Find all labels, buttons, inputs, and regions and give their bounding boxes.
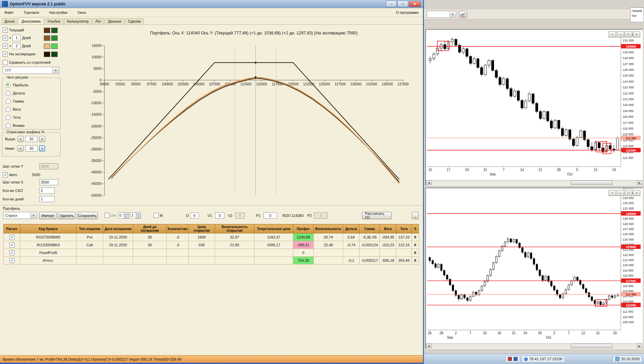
table-cell[interactable]: 930 bbox=[189, 241, 215, 249]
table-cell[interactable] bbox=[314, 249, 343, 257]
tab-diagram[interactable]: Диаграмма bbox=[18, 18, 43, 24]
table-cell[interactable]: 0,64 bbox=[343, 233, 360, 241]
chart-maximize-button[interactable]: □ bbox=[625, 31, 632, 37]
calc-checkbox-cell[interactable]: ✓ bbox=[4, 241, 20, 249]
below-percent-input[interactable]: 20 bbox=[25, 145, 37, 151]
plus2-days-input[interactable]: 2 bbox=[12, 43, 21, 49]
calc-checkbox[interactable]: ✓ bbox=[9, 235, 14, 240]
table-cell[interactable] bbox=[167, 249, 189, 257]
tab-calculator[interactable]: Калькулятор bbox=[64, 18, 92, 24]
table-cell[interactable]: Put bbox=[76, 233, 103, 241]
delta-radio[interactable] bbox=[6, 91, 11, 96]
menu-settings[interactable]: Настройки bbox=[48, 10, 68, 15]
preset-select[interactable]: Стрнгл ▼ bbox=[3, 212, 37, 219]
table-cell[interactable]: 122,16 bbox=[396, 241, 412, 249]
above-percent-input[interactable]: 20 bbox=[25, 136, 37, 142]
menu-window[interactable]: Окно bbox=[76, 10, 87, 15]
plus1-checkbox[interactable]: ✓ bbox=[3, 35, 8, 40]
table-cell[interactable]: 30 bbox=[133, 241, 167, 249]
table-cell[interactable] bbox=[133, 249, 167, 257]
v1-input[interactable]: 0 bbox=[215, 213, 224, 219]
chart-maximize-button[interactable]: □ bbox=[625, 190, 632, 196]
import-button[interactable]: Импорт bbox=[39, 212, 57, 219]
scroll-left-icon[interactable]: ◀ bbox=[426, 180, 432, 185]
table-cell[interactable]: 1249,89 bbox=[293, 233, 314, 241]
row-delete-button[interactable]: X bbox=[412, 233, 419, 241]
dh-spinner-2-value[interactable]: 1 bbox=[130, 212, 136, 219]
scroll-right-icon[interactable]: ▶ bbox=[637, 344, 642, 348]
table-cell[interactable] bbox=[343, 249, 360, 257]
p2-input[interactable]: 0 bbox=[314, 213, 328, 219]
table-row[interactable]: ✓Итого:754,38-0,1-0,000217-595,18259,49X bbox=[4, 257, 419, 264]
auto-checkbox[interactable]: ✓ bbox=[3, 172, 8, 177]
table-row[interactable]: ✓FixedProfit0X bbox=[4, 249, 419, 257]
table-cell[interactable]: -9,3E-05 bbox=[360, 233, 380, 241]
plus2-checkbox[interactable]: ✓ bbox=[3, 44, 8, 49]
table-cell[interactable] bbox=[189, 249, 215, 257]
m-checkbox[interactable] bbox=[154, 213, 159, 218]
table-cell[interactable]: 1183,37 bbox=[254, 233, 293, 241]
delete-button[interactable]: Удалить bbox=[58, 212, 75, 219]
titlebar[interactable]: OptionFVV версия 2.1 public ─ □ ✕ bbox=[0, 0, 423, 8]
table-cell[interactable]: 1600 bbox=[189, 233, 215, 241]
table-cell[interactable]: 32,97 bbox=[215, 233, 254, 241]
expiry-checkbox[interactable]: ✓ bbox=[3, 52, 8, 57]
candle-chart-panel-bottom[interactable]: + ─ □ × 109 000110 000111 000112 000113 … bbox=[425, 188, 643, 349]
scrollbar-thumb[interactable] bbox=[571, 180, 613, 185]
table-row[interactable]: ✓RI120000BK0Call19.11.202030-393021,8510… bbox=[4, 241, 419, 249]
tab-deals[interactable]: Сделки bbox=[125, 18, 144, 24]
table-cell[interactable]: -284,95 bbox=[380, 233, 396, 241]
table-cell[interactable]: RI107500BW0 bbox=[20, 233, 76, 241]
candle-chart-panel-top[interactable]: + ─ □ × 111 000112 000113 000114 000115 … bbox=[425, 29, 643, 186]
sko-input[interactable]: 2 bbox=[39, 188, 55, 194]
calc-checkbox[interactable]: ✓ bbox=[9, 243, 14, 248]
maximize-button[interactable]: □ bbox=[397, 1, 408, 7]
calc-checkbox-cell[interactable]: ✓ bbox=[4, 233, 20, 241]
table-cell[interactable]: 23,48 bbox=[314, 241, 343, 249]
compare-checkbox[interactable] bbox=[3, 60, 8, 65]
dh-spinner-1-value[interactable]: 0 bbox=[118, 212, 124, 219]
table-cell[interactable]: -3 bbox=[167, 233, 189, 241]
above-decrease-button[interactable]: < bbox=[18, 136, 24, 142]
spinner-arrows-icon[interactable]: ▲▼ bbox=[124, 212, 129, 219]
scroll-left-icon[interactable]: ◀ bbox=[426, 344, 432, 348]
table-cell[interactable] bbox=[396, 249, 412, 257]
table-cell[interactable] bbox=[133, 257, 167, 264]
calc-checkbox-cell[interactable]: ✓ bbox=[4, 257, 20, 264]
table-cell[interactable]: -3 bbox=[167, 241, 189, 249]
dh-checkbox[interactable] bbox=[104, 213, 110, 218]
row-delete-button[interactable]: X bbox=[412, 249, 419, 257]
table-cell[interactable] bbox=[380, 249, 396, 257]
save-button[interactable]: Сохранить bbox=[77, 212, 98, 219]
table-cell[interactable] bbox=[314, 257, 343, 264]
v2-input[interactable]: 0 bbox=[235, 213, 245, 219]
spinner-arrows-icon[interactable]: ▲▼ bbox=[136, 212, 141, 219]
table-cell[interactable]: 28,74 bbox=[314, 233, 343, 241]
close-button[interactable]: ✕ bbox=[409, 1, 421, 7]
table-cell[interactable]: Call bbox=[76, 241, 103, 249]
calc-checkbox[interactable]: ✓ bbox=[9, 250, 14, 255]
vomma-radio[interactable] bbox=[6, 123, 11, 128]
scrollbar-thumb[interactable] bbox=[571, 344, 613, 348]
current-checkbox[interactable]: ✓ bbox=[3, 28, 8, 33]
row-delete-button[interactable]: X bbox=[412, 241, 419, 249]
table-cell[interactable] bbox=[254, 249, 293, 257]
table-cell[interactable]: -595,18 bbox=[380, 257, 396, 264]
plus2-color2-swatch[interactable] bbox=[51, 44, 58, 49]
table-cell[interactable]: -310,23 bbox=[380, 241, 396, 249]
chart-close-button[interactable]: × bbox=[633, 190, 640, 196]
table-cell[interactable]: 754,38 bbox=[293, 257, 314, 264]
plus2-color1-swatch[interactable] bbox=[44, 44, 50, 49]
crosshair-tool-button[interactable]: + bbox=[609, 190, 616, 196]
profit-radio[interactable] bbox=[6, 83, 11, 88]
row-delete-button[interactable]: X bbox=[412, 257, 419, 264]
gamma-radio[interactable] bbox=[6, 99, 11, 104]
table-cell[interactable]: FixedProfit bbox=[20, 249, 76, 257]
table-cell[interactable]: -0,000124 bbox=[360, 241, 380, 249]
plus1-days-input[interactable]: 1 bbox=[12, 35, 21, 41]
plus1-color1-swatch[interactable] bbox=[44, 35, 50, 41]
expiry-color2-swatch[interactable] bbox=[51, 52, 58, 57]
more-button[interactable]: _ bbox=[412, 212, 419, 219]
table-cell[interactable]: 21,85 bbox=[215, 241, 254, 249]
p1-input[interactable]: 0 bbox=[264, 213, 277, 219]
